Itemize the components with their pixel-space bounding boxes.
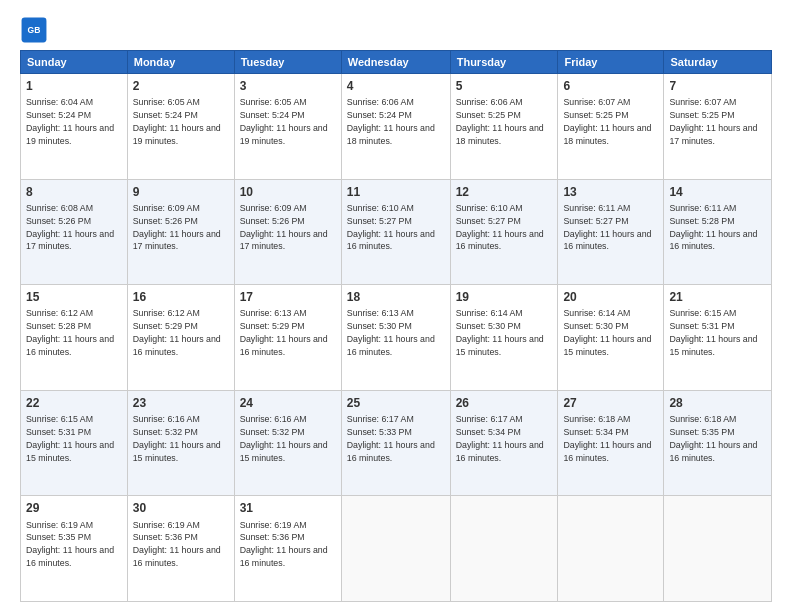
day-number: 23 xyxy=(133,395,229,411)
day-cell: 10 Sunrise: 6:09 AMSunset: 5:26 PMDaylig… xyxy=(234,179,341,285)
day-number: 29 xyxy=(26,500,122,516)
day-info: Sunrise: 6:11 AMSunset: 5:28 PMDaylight:… xyxy=(669,203,757,252)
day-number: 6 xyxy=(563,78,658,94)
day-number: 11 xyxy=(347,184,445,200)
col-header-sunday: Sunday xyxy=(21,51,128,74)
col-header-saturday: Saturday xyxy=(664,51,772,74)
day-number: 19 xyxy=(456,289,553,305)
calendar-table: SundayMondayTuesdayWednesdayThursdayFrid… xyxy=(20,50,772,602)
day-cell: 9 Sunrise: 6:09 AMSunset: 5:26 PMDayligh… xyxy=(127,179,234,285)
day-cell: 12 Sunrise: 6:10 AMSunset: 5:27 PMDaylig… xyxy=(450,179,558,285)
day-cell: 6 Sunrise: 6:07 AMSunset: 5:25 PMDayligh… xyxy=(558,74,664,180)
day-info: Sunrise: 6:14 AMSunset: 5:30 PMDaylight:… xyxy=(456,308,544,357)
calendar-header-row: SundayMondayTuesdayWednesdayThursdayFrid… xyxy=(21,51,772,74)
day-cell: 19 Sunrise: 6:14 AMSunset: 5:30 PMDaylig… xyxy=(450,285,558,391)
day-info: Sunrise: 6:13 AMSunset: 5:30 PMDaylight:… xyxy=(347,308,435,357)
day-info: Sunrise: 6:18 AMSunset: 5:34 PMDaylight:… xyxy=(563,414,651,463)
day-info: Sunrise: 6:07 AMSunset: 5:25 PMDaylight:… xyxy=(669,97,757,146)
day-info: Sunrise: 6:05 AMSunset: 5:24 PMDaylight:… xyxy=(133,97,221,146)
day-cell: 13 Sunrise: 6:11 AMSunset: 5:27 PMDaylig… xyxy=(558,179,664,285)
day-number: 3 xyxy=(240,78,336,94)
day-info: Sunrise: 6:12 AMSunset: 5:29 PMDaylight:… xyxy=(133,308,221,357)
day-number: 22 xyxy=(26,395,122,411)
day-number: 16 xyxy=(133,289,229,305)
week-row-4: 22 Sunrise: 6:15 AMSunset: 5:31 PMDaylig… xyxy=(21,390,772,496)
day-cell xyxy=(558,496,664,602)
day-number: 17 xyxy=(240,289,336,305)
day-number: 13 xyxy=(563,184,658,200)
day-cell: 30 Sunrise: 6:19 AMSunset: 5:36 PMDaylig… xyxy=(127,496,234,602)
day-number: 20 xyxy=(563,289,658,305)
day-number: 5 xyxy=(456,78,553,94)
col-header-tuesday: Tuesday xyxy=(234,51,341,74)
day-info: Sunrise: 6:07 AMSunset: 5:25 PMDaylight:… xyxy=(563,97,651,146)
day-number: 8 xyxy=(26,184,122,200)
day-cell: 7 Sunrise: 6:07 AMSunset: 5:25 PMDayligh… xyxy=(664,74,772,180)
week-row-1: 1 Sunrise: 6:04 AMSunset: 5:24 PMDayligh… xyxy=(21,74,772,180)
day-info: Sunrise: 6:11 AMSunset: 5:27 PMDaylight:… xyxy=(563,203,651,252)
week-row-3: 15 Sunrise: 6:12 AMSunset: 5:28 PMDaylig… xyxy=(21,285,772,391)
day-number: 27 xyxy=(563,395,658,411)
col-header-wednesday: Wednesday xyxy=(341,51,450,74)
day-number: 7 xyxy=(669,78,766,94)
day-cell: 20 Sunrise: 6:14 AMSunset: 5:30 PMDaylig… xyxy=(558,285,664,391)
day-cell: 15 Sunrise: 6:12 AMSunset: 5:28 PMDaylig… xyxy=(21,285,128,391)
day-cell: 14 Sunrise: 6:11 AMSunset: 5:28 PMDaylig… xyxy=(664,179,772,285)
day-cell: 5 Sunrise: 6:06 AMSunset: 5:25 PMDayligh… xyxy=(450,74,558,180)
day-cell: 1 Sunrise: 6:04 AMSunset: 5:24 PMDayligh… xyxy=(21,74,128,180)
day-number: 30 xyxy=(133,500,229,516)
day-number: 25 xyxy=(347,395,445,411)
day-cell: 17 Sunrise: 6:13 AMSunset: 5:29 PMDaylig… xyxy=(234,285,341,391)
day-info: Sunrise: 6:09 AMSunset: 5:26 PMDaylight:… xyxy=(240,203,328,252)
day-info: Sunrise: 6:12 AMSunset: 5:28 PMDaylight:… xyxy=(26,308,114,357)
day-info: Sunrise: 6:09 AMSunset: 5:26 PMDaylight:… xyxy=(133,203,221,252)
day-info: Sunrise: 6:19 AMSunset: 5:36 PMDaylight:… xyxy=(133,520,221,569)
svg-text:GB: GB xyxy=(28,25,41,35)
day-number: 1 xyxy=(26,78,122,94)
day-cell: 18 Sunrise: 6:13 AMSunset: 5:30 PMDaylig… xyxy=(341,285,450,391)
header: GB xyxy=(20,16,772,44)
day-cell: 22 Sunrise: 6:15 AMSunset: 5:31 PMDaylig… xyxy=(21,390,128,496)
day-info: Sunrise: 6:15 AMSunset: 5:31 PMDaylight:… xyxy=(669,308,757,357)
day-info: Sunrise: 6:17 AMSunset: 5:33 PMDaylight:… xyxy=(347,414,435,463)
day-number: 12 xyxy=(456,184,553,200)
day-cell: 11 Sunrise: 6:10 AMSunset: 5:27 PMDaylig… xyxy=(341,179,450,285)
day-number: 21 xyxy=(669,289,766,305)
day-info: Sunrise: 6:13 AMSunset: 5:29 PMDaylight:… xyxy=(240,308,328,357)
day-number: 9 xyxy=(133,184,229,200)
day-cell: 8 Sunrise: 6:08 AMSunset: 5:26 PMDayligh… xyxy=(21,179,128,285)
day-number: 10 xyxy=(240,184,336,200)
day-info: Sunrise: 6:08 AMSunset: 5:26 PMDaylight:… xyxy=(26,203,114,252)
logo-icon: GB xyxy=(20,16,48,44)
day-info: Sunrise: 6:19 AMSunset: 5:36 PMDaylight:… xyxy=(240,520,328,569)
day-cell: 2 Sunrise: 6:05 AMSunset: 5:24 PMDayligh… xyxy=(127,74,234,180)
day-info: Sunrise: 6:15 AMSunset: 5:31 PMDaylight:… xyxy=(26,414,114,463)
week-row-5: 29 Sunrise: 6:19 AMSunset: 5:35 PMDaylig… xyxy=(21,496,772,602)
day-cell: 3 Sunrise: 6:05 AMSunset: 5:24 PMDayligh… xyxy=(234,74,341,180)
logo: GB xyxy=(20,16,52,44)
day-cell xyxy=(664,496,772,602)
day-info: Sunrise: 6:10 AMSunset: 5:27 PMDaylight:… xyxy=(456,203,544,252)
day-number: 2 xyxy=(133,78,229,94)
day-info: Sunrise: 6:04 AMSunset: 5:24 PMDaylight:… xyxy=(26,97,114,146)
day-cell xyxy=(341,496,450,602)
day-cell: 25 Sunrise: 6:17 AMSunset: 5:33 PMDaylig… xyxy=(341,390,450,496)
day-cell: 27 Sunrise: 6:18 AMSunset: 5:34 PMDaylig… xyxy=(558,390,664,496)
day-number: 24 xyxy=(240,395,336,411)
day-cell: 28 Sunrise: 6:18 AMSunset: 5:35 PMDaylig… xyxy=(664,390,772,496)
day-number: 15 xyxy=(26,289,122,305)
day-info: Sunrise: 6:18 AMSunset: 5:35 PMDaylight:… xyxy=(669,414,757,463)
day-cell: 31 Sunrise: 6:19 AMSunset: 5:36 PMDaylig… xyxy=(234,496,341,602)
calendar-page: GB SundayMondayTuesdayWednesdayThursdayF… xyxy=(0,0,792,612)
day-number: 31 xyxy=(240,500,336,516)
day-info: Sunrise: 6:16 AMSunset: 5:32 PMDaylight:… xyxy=(240,414,328,463)
day-cell: 16 Sunrise: 6:12 AMSunset: 5:29 PMDaylig… xyxy=(127,285,234,391)
day-info: Sunrise: 6:06 AMSunset: 5:24 PMDaylight:… xyxy=(347,97,435,146)
day-number: 18 xyxy=(347,289,445,305)
day-number: 4 xyxy=(347,78,445,94)
col-header-monday: Monday xyxy=(127,51,234,74)
day-cell: 29 Sunrise: 6:19 AMSunset: 5:35 PMDaylig… xyxy=(21,496,128,602)
day-cell: 4 Sunrise: 6:06 AMSunset: 5:24 PMDayligh… xyxy=(341,74,450,180)
day-info: Sunrise: 6:10 AMSunset: 5:27 PMDaylight:… xyxy=(347,203,435,252)
col-header-thursday: Thursday xyxy=(450,51,558,74)
